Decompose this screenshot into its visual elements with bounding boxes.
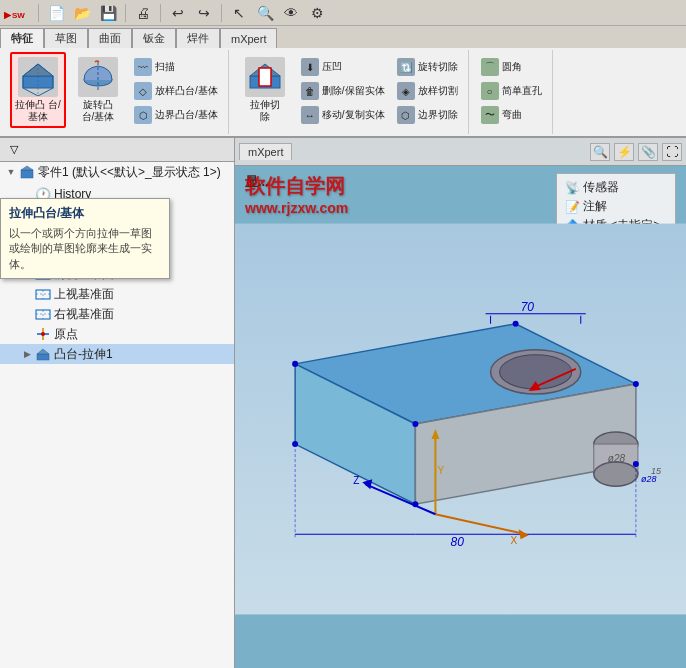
indent-label: 压凹 <box>322 60 342 74</box>
new-button[interactable]: 📄 <box>45 2 67 24</box>
svg-point-69 <box>412 421 418 427</box>
main-area: 拉伸凸台/基体 以一个或两个方向拉伸一草图或绘制的草图轮廓来生成一实体。 ▽ ▼… <box>0 138 686 668</box>
zoom-button[interactable]: 🔍 <box>254 2 276 24</box>
fillet-icon: ⌒ <box>481 58 499 76</box>
loft-icon: ◇ <box>134 82 152 100</box>
3d-shape-svg: ø28 80 70 Y <box>235 166 686 668</box>
top-toolbar: ▶ SW 📄 📂 💾 🖨 ↩ ↪ ↖ 🔍 👁 ⚙ <box>0 0 686 26</box>
flex-button[interactable]: 〜 弯曲 <box>477 104 546 126</box>
revolve-label: 旋转凸台/基体 <box>82 99 115 123</box>
revolve-icon <box>78 57 118 97</box>
tab-surface[interactable]: 曲面 <box>88 28 132 48</box>
svg-text:Y: Y <box>437 465 444 476</box>
boss-extrude-label: 拉伸凸 台/基体 <box>14 99 62 123</box>
search-btn-1[interactable]: 🔍 <box>590 143 610 161</box>
svg-text:70: 70 <box>521 300 535 314</box>
origin-label: 原点 <box>54 326 78 343</box>
svg-text:80: 80 <box>450 535 464 549</box>
tab-sheetmetal[interactable]: 钣金 <box>132 28 176 48</box>
tree-item-boss-extrude[interactable]: ▶ 凸台-拉伸1 <box>0 344 234 364</box>
fillet-button[interactable]: ⌒ 圆角 <box>477 56 546 78</box>
right-plane-icon <box>34 305 52 323</box>
cut-small-group: ⬇ 压凹 🗑 删除/保留实体 ↔ 移动/复制实体 <box>297 56 389 126</box>
delete-body-icon: 🗑 <box>301 82 319 100</box>
boss-extrude-tree-icon <box>34 345 52 363</box>
tree-root[interactable]: ▼ 零件1 (默认<<默认>_显示状态 1>) <box>0 162 234 182</box>
boss-extrude-button[interactable]: 拉伸凸 台/基体 <box>10 52 66 128</box>
viewport: mXpert 🔍 ⚡ 📎 ⛶ 软件自学网 www.rjzxw.com 显... … <box>235 138 686 668</box>
search-btn-3[interactable]: 📎 <box>638 143 658 161</box>
move-copy-icon: ↔ <box>301 106 319 124</box>
ribbon-tabs: 特征 草图 曲面 钣金 焊件 mXpert <box>0 26 686 48</box>
extrude-cut-button[interactable]: 拉伸切除 <box>237 52 293 128</box>
boundary-label: 边界凸台/基体 <box>155 108 218 122</box>
search-btn-4[interactable]: ⛶ <box>662 143 682 161</box>
watermark-line2: www.rjzxw.com <box>245 200 348 216</box>
boss-base-group: 拉伸凸 台/基体 旋转凸台/基体 〰 扫描 ◇ 放样凸台/基体 <box>4 50 229 134</box>
cut-group: 拉伸切除 ⬇ 压凹 🗑 删除/保留实体 ↔ 移动/复制实体 🔃 旋转切除 ◈ <box>231 50 469 134</box>
revolve-button[interactable]: 旋转凸台/基体 <box>70 52 126 128</box>
print-button[interactable]: 🖨 <box>132 2 154 24</box>
revolve-cut-button[interactable]: 🔃 旋转切除 <box>393 56 462 78</box>
tab-weldment[interactable]: 焊件 <box>176 28 220 48</box>
delete-body-label: 删除/保留实体 <box>322 84 385 98</box>
sweep-label: 扫描 <box>155 60 175 74</box>
boss-extrude-icon <box>18 57 58 97</box>
boundary-cut-button[interactable]: ⬡ 边界切除 <box>393 104 462 126</box>
svg-rect-10 <box>259 68 271 86</box>
delete-body-button[interactable]: 🗑 删除/保留实体 <box>297 80 389 102</box>
tree-item-right-plane[interactable]: 右视基准面 <box>0 304 234 324</box>
settings-button[interactable]: ⚙ <box>306 2 328 24</box>
ribbon-content: 拉伸凸 台/基体 旋转凸台/基体 〰 扫描 ◇ 放样凸台/基体 <box>0 48 686 138</box>
svg-text:15: 15 <box>651 466 662 476</box>
hole-label: 简单直孔 <box>502 84 542 98</box>
top-plane-label: 上视基准面 <box>54 286 114 303</box>
boundary-button[interactable]: ⬡ 边界凸台/基体 <box>130 104 222 126</box>
view-button[interactable]: 👁 <box>280 2 302 24</box>
move-copy-label: 移动/复制实体 <box>322 108 385 122</box>
tab-mxpert[interactable]: mXpert <box>220 28 277 48</box>
redo-button[interactable]: ↪ <box>193 2 215 24</box>
viewport-tab-mxpert[interactable]: mXpert <box>239 143 292 160</box>
indent-button[interactable]: ⬇ 压凹 <box>297 56 389 78</box>
sweep-button[interactable]: 〰 扫描 <box>130 56 222 78</box>
search-btn-2[interactable]: ⚡ <box>614 143 634 161</box>
save-button[interactable]: 💾 <box>97 2 119 24</box>
features-group: ⌒ 圆角 ○ 简单直孔 〜 弯曲 <box>471 50 553 134</box>
tooltip-desc: 以一个或两个方向拉伸一草图或绘制的草图轮廓来生成一实体。 <box>9 226 161 272</box>
svg-text:Z: Z <box>353 475 359 486</box>
open-button[interactable]: 📂 <box>71 2 93 24</box>
boss-extrude-tree-label: 凸台-拉伸1 <box>54 346 113 363</box>
sidebar: 拉伸凸台/基体 以一个或两个方向拉伸一草图或绘制的草图轮廓来生成一实体。 ▽ ▼… <box>0 138 235 668</box>
solidworks-logo: ▶ SW <box>4 3 32 23</box>
select-button[interactable]: ↖ <box>228 2 250 24</box>
tooltip-popup: 拉伸凸台/基体 以一个或两个方向拉伸一草图或绘制的草图轮廓来生成一实体。 <box>0 198 170 279</box>
loft-cut-button[interactable]: ◈ 放样切割 <box>393 80 462 102</box>
viewport-search: 🔍 ⚡ 📎 ⛶ <box>590 143 682 161</box>
sidebar-toolbar: ▽ <box>0 138 234 162</box>
flex-label: 弯曲 <box>502 108 522 122</box>
part-icon <box>18 163 36 181</box>
features-small-group: ⌒ 圆角 ○ 简单直孔 〜 弯曲 <box>477 56 546 126</box>
svg-rect-33 <box>37 354 49 360</box>
hole-button[interactable]: ○ 简单直孔 <box>477 80 546 102</box>
svg-marker-12 <box>21 166 33 170</box>
undo-button[interactable]: ↩ <box>167 2 189 24</box>
root-expand[interactable]: ▼ <box>4 167 18 177</box>
filter-button[interactable]: ▽ <box>4 141 24 159</box>
loft-button[interactable]: ◇ 放样凸台/基体 <box>130 80 222 102</box>
move-copy-button[interactable]: ↔ 移动/复制实体 <box>297 104 389 126</box>
svg-marker-34 <box>37 349 49 354</box>
boss-extrude-expand[interactable]: ▶ <box>20 349 34 359</box>
extrude-cut-icon <box>245 57 285 97</box>
svg-point-71 <box>412 501 418 507</box>
tab-features[interactable]: 特征 <box>0 28 44 48</box>
revolve-cut-label: 旋转切除 <box>418 60 458 74</box>
boundary-cut-label: 边界切除 <box>418 108 458 122</box>
tab-sketch[interactable]: 草图 <box>44 28 88 48</box>
shape-area: ø28 80 70 Y <box>235 166 686 668</box>
tree-item-origin[interactable]: 原点 <box>0 324 234 344</box>
loft-label: 放样凸台/基体 <box>155 84 218 98</box>
svg-point-32 <box>41 332 45 336</box>
tree-item-top-plane[interactable]: 上视基准面 <box>0 284 234 304</box>
